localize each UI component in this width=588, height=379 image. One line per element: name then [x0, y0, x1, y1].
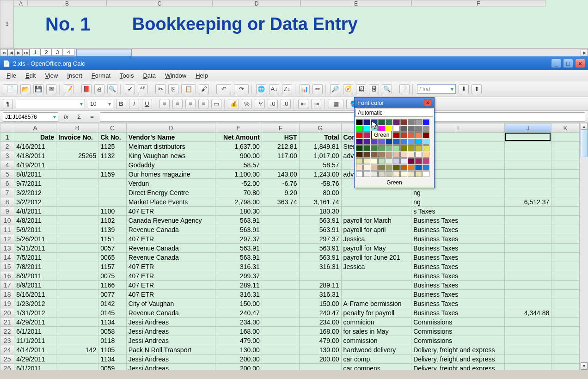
color-swatch[interactable] [363, 139, 370, 145]
cell[interactable]: 3,161.74 [299, 197, 341, 207]
cell[interactable]: Delivery, freight and express [411, 345, 505, 355]
cell[interactable]: Business Taxes [411, 290, 505, 299]
cell[interactable]: 297.37 [299, 234, 341, 244]
help-button[interactable]: ❔ [399, 84, 410, 94]
row-header[interactable]: 21 [0, 318, 14, 327]
cell[interactable] [505, 133, 551, 142]
cell[interactable] [505, 355, 551, 364]
cell[interactable]: 316.31 [299, 290, 341, 299]
cell[interactable] [56, 160, 98, 170]
cell[interactable]: car compens [341, 364, 411, 370]
row-header[interactable]: 20 [0, 308, 14, 318]
col-header-preview[interactable]: D [213, 0, 300, 6]
vscroll-down[interactable]: ▼ [581, 362, 588, 370]
color-swatch[interactable] [408, 171, 415, 177]
preview-horizontal-scrollbar[interactable] [76, 49, 581, 56]
redo-button[interactable]: ↷ [234, 84, 249, 94]
navigator-button[interactable]: 🧭 [343, 84, 353, 94]
cell[interactable]: -52.00 [215, 179, 262, 188]
cell[interactable] [551, 364, 580, 370]
cell[interactable]: 5/26/2011 [14, 234, 56, 244]
find-replace-button[interactable]: 🔎 [330, 84, 340, 94]
cell[interactable] [505, 244, 551, 253]
cell[interactable]: 25265 [56, 151, 98, 160]
borders-button[interactable]: ▦ [329, 99, 343, 109]
color-swatch[interactable] [400, 145, 407, 151]
color-swatch[interactable] [408, 139, 415, 145]
minimize-button[interactable]: _ [551, 59, 561, 68]
cell[interactable]: 1/23/2012 [14, 299, 56, 308]
cell[interactable] [551, 225, 580, 234]
align-right-button[interactable]: ≡ [185, 99, 196, 109]
cell[interactable]: 1134 [98, 318, 127, 327]
cell[interactable]: 4/14/2011 [14, 345, 56, 355]
underline-button[interactable]: U [142, 99, 152, 109]
cell[interactable] [262, 290, 299, 299]
cell[interactable] [341, 207, 411, 216]
color-swatch[interactable] [393, 152, 400, 158]
cell[interactable]: 0059 [98, 364, 127, 370]
cell[interactable]: Jessi Andreas [126, 336, 215, 345]
color-swatch[interactable] [356, 119, 363, 125]
cell[interactable]: Revenue Canada [126, 244, 215, 253]
color-swatch[interactable] [415, 145, 422, 151]
cell[interactable]: Business Taxes [411, 271, 505, 281]
sheet-nav-next[interactable]: ▶ [15, 49, 22, 56]
cell[interactable]: commicion [341, 318, 411, 327]
cell[interactable] [341, 281, 411, 290]
row-header[interactable]: 2 [0, 142, 14, 151]
color-swatch[interactable] [356, 132, 363, 138]
cell[interactable]: commission [341, 336, 411, 345]
column-header[interactable]: F [262, 123, 299, 133]
open-button[interactable]: 📂 [20, 84, 31, 94]
color-swatch[interactable] [415, 158, 422, 164]
cell[interactable]: 1102 [98, 216, 127, 225]
cell[interactable]: -6.76 [262, 179, 299, 188]
cell[interactable]: payroll for March [341, 216, 411, 225]
cell[interactable]: Jessica [341, 262, 411, 271]
color-swatch[interactable] [363, 152, 370, 158]
cell[interactable]: 4/8/2011 [14, 207, 56, 216]
cell[interactable] [551, 262, 580, 271]
cell[interactable]: King Vaughan news [126, 151, 215, 160]
cell[interactable] [56, 318, 98, 327]
cell[interactable] [341, 271, 411, 281]
undo-button[interactable]: ↶ [216, 84, 231, 94]
cell[interactable]: 4,344.88 [505, 308, 551, 318]
row-header[interactable]: 11 [0, 225, 14, 234]
cell[interactable] [551, 345, 580, 355]
cell[interactable]: Business Taxes [411, 244, 505, 253]
cell[interactable] [505, 170, 551, 179]
cell[interactable]: 1,100.00 [215, 170, 262, 179]
cell[interactable] [505, 271, 551, 281]
column-header[interactable]: C [98, 123, 127, 133]
cell[interactable]: 6,512.37 [505, 197, 551, 207]
color-swatch[interactable] [356, 158, 363, 164]
cell[interactable]: 1105 [98, 345, 127, 355]
color-swatch[interactable] [415, 139, 422, 145]
col-header-preview[interactable]: A [14, 0, 28, 6]
cell[interactable]: 180.30 [299, 207, 341, 216]
export-pdf-button[interactable]: 📕 [81, 84, 92, 94]
cell[interactable] [551, 318, 580, 327]
cell[interactable]: 130.00 [215, 345, 262, 355]
color-swatch[interactable] [423, 139, 429, 145]
cell[interactable] [551, 207, 580, 216]
cell[interactable] [551, 170, 580, 179]
menu-file[interactable]: File [3, 71, 20, 80]
row-header[interactable]: 12 [0, 234, 14, 244]
menu-data[interactable]: Data [139, 71, 159, 80]
align-left-button[interactable]: ≡ [159, 99, 170, 109]
cell[interactable]: 316.31 [215, 290, 262, 299]
color-swatch[interactable] [363, 132, 370, 138]
cell[interactable]: 316.31 [299, 262, 341, 271]
cell[interactable]: 563.91 [299, 216, 341, 225]
cell[interactable]: 316.31 [215, 262, 262, 271]
color-swatch[interactable] [400, 165, 407, 171]
color-swatch[interactable] [400, 139, 407, 145]
cell[interactable]: Commissions [411, 318, 505, 327]
sort-desc-button[interactable]: Z↓ [282, 84, 292, 94]
menu-view[interactable]: View [41, 71, 61, 80]
cell[interactable]: Ck No. [98, 133, 127, 142]
row-header-preview[interactable]: 3 [0, 0, 14, 48]
